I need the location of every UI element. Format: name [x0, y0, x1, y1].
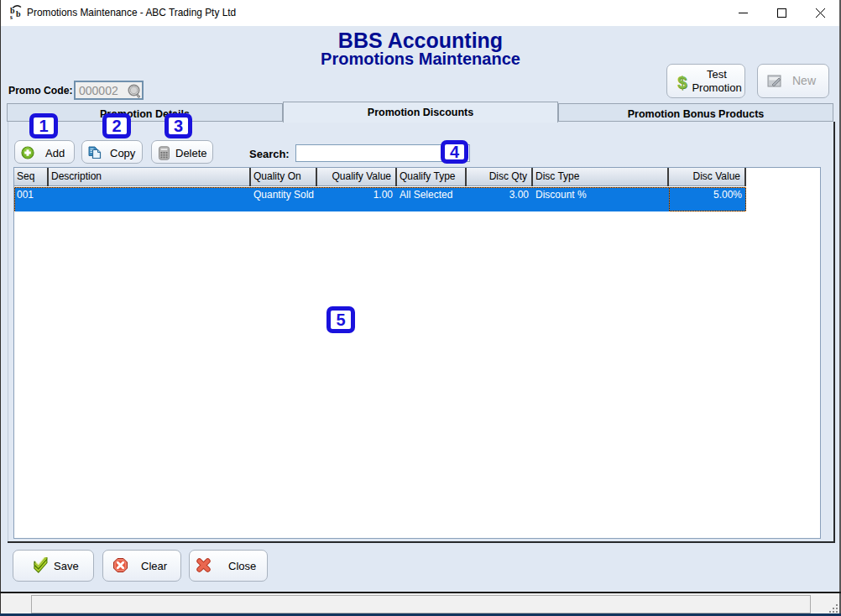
- svg-text:b: b: [16, 9, 21, 18]
- svg-text:s: s: [10, 13, 13, 19]
